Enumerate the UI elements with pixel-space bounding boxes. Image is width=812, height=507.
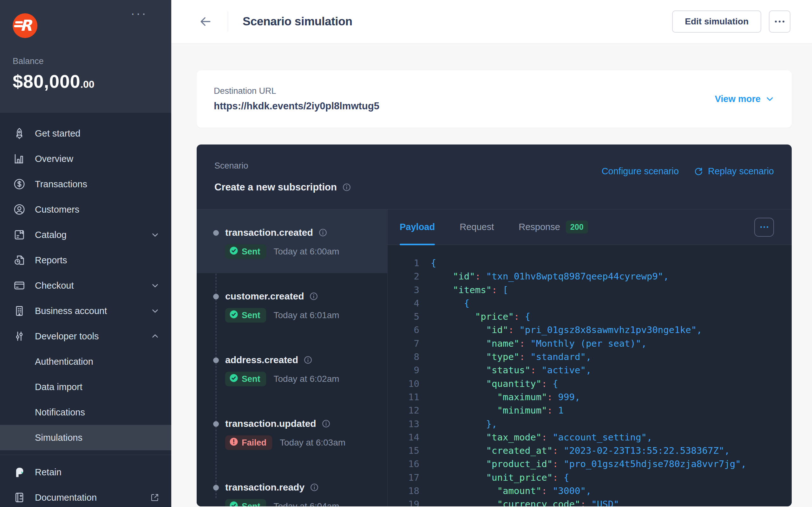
code-text: "currency_code": "USD" xyxy=(431,498,619,506)
event-item-transaction-ready[interactable]: transaction.readySentToday at 6:04am xyxy=(197,464,387,506)
info-icon[interactable] xyxy=(310,483,319,492)
response-status-badge: 200 xyxy=(566,221,588,233)
tab-request[interactable]: Request xyxy=(460,210,494,245)
line-number: 8 xyxy=(400,350,419,363)
line-number: 6 xyxy=(400,323,419,337)
box-icon xyxy=(13,228,26,241)
event-name: transaction.updated xyxy=(225,418,316,429)
status-badge-label: Sent xyxy=(242,502,260,507)
user-icon xyxy=(13,203,26,216)
event-item-address-created[interactable]: address.createdSentToday at 6:02am xyxy=(197,337,387,400)
dollar-icon xyxy=(13,177,26,191)
code-text: "price": { xyxy=(431,310,530,323)
sidebar-item-transactions[interactable]: Transactions xyxy=(0,171,171,197)
sidebar-item-label: Developer tools xyxy=(35,331,99,342)
code-text: { xyxy=(431,297,469,310)
line-number: 9 xyxy=(400,363,419,377)
line-number: 17 xyxy=(400,471,419,484)
sidebar-item-reports[interactable]: Reports xyxy=(0,247,171,273)
sidebar-item-label: Business account xyxy=(35,306,107,316)
sidebar-menu-ellipsis-icon[interactable]: ··· xyxy=(131,7,147,20)
replay-icon xyxy=(693,166,704,176)
sidebar-item-checkout[interactable]: Checkout xyxy=(0,273,171,298)
tab-payload[interactable]: Payload xyxy=(400,210,435,245)
tab-response[interactable]: Response 200 xyxy=(519,210,588,245)
code-line: 12 "minimum": 1 xyxy=(400,404,785,417)
scenario-actions: Configure scenario Replay scenario xyxy=(602,166,774,176)
retain-icon xyxy=(13,465,26,479)
info-icon[interactable] xyxy=(303,355,313,365)
sidebar-item-retain[interactable]: Retain xyxy=(0,459,171,485)
sidebar-item-notifications[interactable]: Notifications xyxy=(0,400,171,425)
header-divider xyxy=(228,11,228,32)
sidebar-item-catalog[interactable]: Catalog xyxy=(0,222,171,247)
timeline-dot xyxy=(213,294,219,299)
code-line: 8 "type": "standard", xyxy=(400,350,785,363)
sidebar-item-label: Overview xyxy=(35,154,73,164)
event-timestamp: Today at 6:00am xyxy=(274,246,339,257)
sidebar-item-label: Data import xyxy=(35,382,83,392)
payload-code-area[interactable]: 1{2 "id": "txn_01hv8wptq8987qeep44cyrewp… xyxy=(388,245,792,506)
info-icon[interactable] xyxy=(342,182,351,192)
code-text: { xyxy=(431,257,436,270)
code-text: "minimum": 1 xyxy=(431,404,564,417)
sidebar-item-developer-tools[interactable]: Developer tools xyxy=(0,324,171,349)
sidebar-item-authentication[interactable]: Authentication xyxy=(0,349,171,374)
code-line: 3 "items": [ xyxy=(400,283,785,297)
line-number: 10 xyxy=(400,377,419,390)
view-more-button[interactable]: View more xyxy=(715,94,774,104)
tab-response-label: Response xyxy=(519,222,560,232)
code-line: 14 "tax_mode": "account_setting", xyxy=(400,431,785,444)
info-icon[interactable] xyxy=(321,419,331,429)
sidebar-item-get-started[interactable]: Get started xyxy=(0,121,171,146)
chevron-down-icon xyxy=(150,306,160,316)
code-line: 1{ xyxy=(400,257,785,270)
event-timestamp: Today at 6:03am xyxy=(280,438,345,448)
edit-simulation-button[interactable]: Edit simulation xyxy=(672,10,761,33)
event-item-customer-created[interactable]: customer.createdSentToday at 6:01am xyxy=(197,273,387,337)
sidebar-item-label: Authentication xyxy=(35,356,93,367)
payload-more-button[interactable] xyxy=(754,218,774,237)
code-text: "product_id": "pro_01gsz4t5hdjse780zja8v… xyxy=(431,457,746,470)
chevron-down-icon xyxy=(150,230,160,239)
line-number: 7 xyxy=(400,337,419,350)
code-text: "name": "Monthly (per seat)", xyxy=(431,337,647,350)
balance-cents: .00 xyxy=(80,78,94,90)
replay-scenario-link[interactable]: Replay scenario xyxy=(693,166,774,176)
scenario-header: Scenario Create a new subscription Confi… xyxy=(197,145,792,210)
sidebar-item-customers[interactable]: Customers xyxy=(0,197,171,222)
chevron-up-icon xyxy=(150,331,160,341)
info-icon[interactable] xyxy=(318,228,328,237)
sidebar-item-data-import[interactable]: Data import xyxy=(0,374,171,400)
event-item-transaction-updated[interactable]: transaction.updatedFailedToday at 6:03am xyxy=(197,400,387,464)
header-more-button[interactable] xyxy=(769,10,791,33)
line-number: 19 xyxy=(400,498,419,506)
line-number: 13 xyxy=(400,417,419,431)
back-button[interactable] xyxy=(198,14,213,29)
sidebar-item-overview[interactable]: Overview xyxy=(0,146,171,171)
configure-scenario-link[interactable]: Configure scenario xyxy=(602,166,679,176)
event-list: transaction.createdSentToday at 6:00amcu… xyxy=(197,210,388,506)
line-number: 3 xyxy=(400,283,419,297)
code-text: "id": "txn_01hv8wptq8987qeep44cyrewp9", xyxy=(431,270,669,283)
code-text: "type": "standard", xyxy=(431,350,591,363)
code-line: 11 "maximum": 999, xyxy=(400,390,785,404)
code-line: 15 "created_at": "2023-02-23T13:55:22.53… xyxy=(400,444,785,457)
sidebar-item-simulations[interactable]: Simulations xyxy=(0,425,171,450)
event-item-transaction-created[interactable]: transaction.createdSentToday at 6:00am xyxy=(197,210,387,273)
sidebar: R ··· Balance $80,000 .00 Get startedOve… xyxy=(0,0,171,507)
info-icon[interactable] xyxy=(309,291,318,301)
sidebar-nav: Get startedOverviewTransactionsCustomers… xyxy=(0,113,171,507)
sidebar-item-label: Reports xyxy=(35,255,67,266)
sidebar-item-label: Catalog xyxy=(35,230,67,240)
alert-circle-icon xyxy=(229,437,239,449)
event-timestamp: Today at 6:04am xyxy=(274,501,339,506)
line-number: 18 xyxy=(400,484,419,498)
event-timestamp: Today at 6:01am xyxy=(274,310,339,320)
sidebar-item-documentation[interactable]: Documentation xyxy=(0,485,171,507)
event-name: transaction.created xyxy=(225,227,313,238)
scenario-heading: Scenario Create a new subscription xyxy=(214,161,351,193)
payload-panel: Payload Request Response 200 1{2 " xyxy=(388,210,792,506)
sidebar-item-business-account[interactable]: Business account xyxy=(0,298,171,324)
code-text: "quantity": { xyxy=(431,377,558,390)
